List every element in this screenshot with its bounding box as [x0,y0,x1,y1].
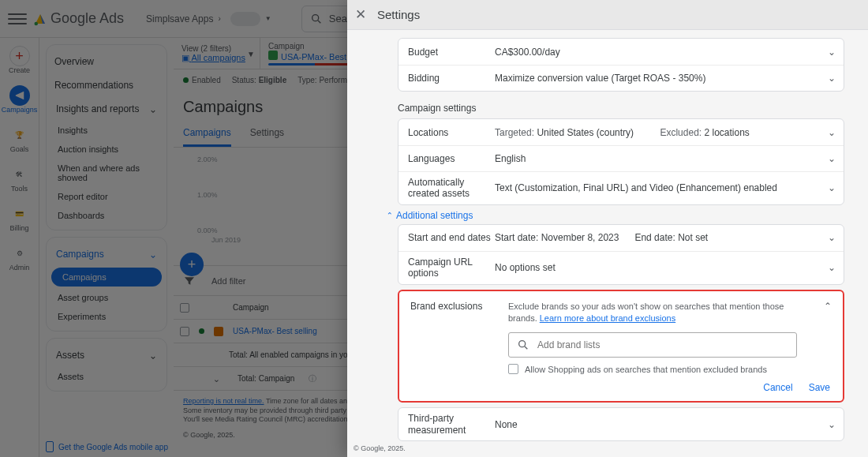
brand-exclusions-desc: Exclude brands so your ads won't show on… [508,301,808,325]
search-icon [310,13,323,25]
product-logo: Google Ads [33,10,124,27]
side-when-where[interactable]: When and where ads showed [47,159,166,187]
campaign-link: USA-PMax- Best selling [233,327,317,335]
budget-bidding-card: Budget CA$300.00/day ⌄ Bidding Maximize … [398,38,844,92]
mobile-app-promo[interactable]: Get the Google Ads mobile app [46,441,168,452]
rail-tools[interactable]: 🛠Tools [4,161,36,196]
section-campaign-settings: Campaign settings [398,103,844,114]
add-campaign-fab[interactable]: + [180,253,204,276]
left-rail: +Create Campaigns 🏆Goals 🛠Tools 💳Billing… [0,38,39,457]
side-assets[interactable]: Assets [47,367,166,386]
row-budget[interactable]: Budget CA$300.00/day ⌄ [398,39,844,65]
campaign-type-icon [214,327,223,336]
brand-learn-more-link[interactable]: Learn more about brand exclusions [540,313,675,323]
save-button[interactable]: Save [809,382,830,393]
chevron-down-icon: ⌄ [828,153,836,164]
row-third-party[interactable]: Third-party measurement None ⌄ [398,408,844,440]
row-bidding[interactable]: Bidding Maximize conversion value (Targe… [398,65,844,91]
brand-exclusions-card: Brand exclusions Exclude brands so your … [398,290,844,403]
brand-list-input-wrap[interactable] [508,332,797,358]
row-checkbox[interactable] [180,327,189,336]
chevron-up-icon[interactable]: ⌃ [824,301,832,312]
svg-point-5 [519,341,526,347]
side-recommendations[interactable]: Recommendations [47,73,166,97]
allow-shopping-checkbox[interactable] [508,364,518,374]
chevron-down-icon: ⌄ [828,419,836,430]
close-icon[interactable]: ✕ [355,6,366,23]
side-dashboards[interactable]: Dashboards [47,206,166,225]
panel-copyright: © Google, 2025. [347,441,868,457]
chevron-down-icon: ⌄ [828,73,836,84]
chevron-down-icon: ⌄ [828,182,836,193]
select-all-checkbox[interactable] [180,303,189,313]
status-enabled: Enabled [183,76,221,84]
row-dates[interactable]: Start and end dates Start date: November… [398,225,844,251]
row-url-options[interactable]: Campaign URL options No options set ⌄ [398,251,844,284]
row-locations[interactable]: Locations Targeted: United States (count… [398,119,844,145]
allow-shopping-checkbox-row[interactable]: Allow Shopping ads on searches that ment… [508,364,832,374]
add-filter[interactable]: Add filter [211,276,245,286]
chevron-down-icon: ⌄ [828,262,836,273]
side-insights[interactable]: Insights [47,121,166,140]
account-breadcrumb[interactable]: Simplsave Apps› ▼ [146,12,271,26]
side-report-editor[interactable]: Report editor [47,187,166,206]
tab-settings[interactable]: Settings [250,121,284,147]
scope-view[interactable]: View (2 filters) ▣ All campaigns ▼ [174,38,260,69]
row-auto-assets[interactable]: Automatically created assets Text (Custo… [398,171,844,204]
rail-goals[interactable]: 🏆Goals [4,122,36,156]
side-auction[interactable]: Auction insights [47,140,166,159]
svg-point-2 [35,21,39,25]
campaign-settings-card: Locations Targeted: United States (count… [398,118,844,205]
side-experiments[interactable]: Experiments [47,307,166,326]
svg-point-3 [312,14,318,21]
menu-icon[interactable] [8,9,27,28]
panel-header: ✕ Settings [347,0,868,30]
chevron-down-icon: ⌄ [828,127,836,138]
info-icon[interactable]: ⓘ [309,373,316,384]
additional-settings-toggle[interactable]: ⌄Additional settings [387,210,844,221]
rail-campaigns[interactable]: Campaigns [4,82,36,117]
dates-card: Start and end dates Start date: November… [398,224,844,285]
side-insights-group[interactable]: Insights and reports [47,97,166,121]
brand-exclusions-label: Brand exclusions [410,301,497,325]
side-asset-groups[interactable]: Asset groups [47,288,166,307]
rail-billing[interactable]: 💳Billing [4,200,36,235]
cancel-button[interactable]: Cancel [763,382,792,393]
panel-title: Settings [377,8,420,21]
search-icon [517,339,529,351]
chevron-down-icon: ⌄ [828,47,836,58]
row-languages[interactable]: Languages English ⌄ [398,145,844,171]
side-campaigns[interactable]: Campaigns [51,268,162,287]
brand-list-input[interactable] [537,339,788,350]
side-assets-group[interactable]: Assets [47,343,166,367]
settings-panel: ✕ Settings Budget CA$300.00/day ⌄ Biddin… [347,0,868,457]
tab-campaigns[interactable]: Campaigns [183,121,231,147]
rail-admin[interactable]: ⚙Admin [4,240,36,275]
svg-line-4 [318,21,320,23]
rail-create[interactable]: +Create [4,43,36,77]
svg-line-6 [525,346,527,349]
side-campaigns-group[interactable]: Campaigns [47,242,166,266]
status-dot [199,328,204,334]
third-party-card: Third-party measurement None ⌄ [398,407,844,441]
side-overview[interactable]: Overview [47,50,166,73]
side-panel: Overview Recommendations Insights and re… [39,38,174,457]
filter-icon[interactable] [183,275,196,287]
chevron-down-icon: ⌄ [828,232,836,243]
